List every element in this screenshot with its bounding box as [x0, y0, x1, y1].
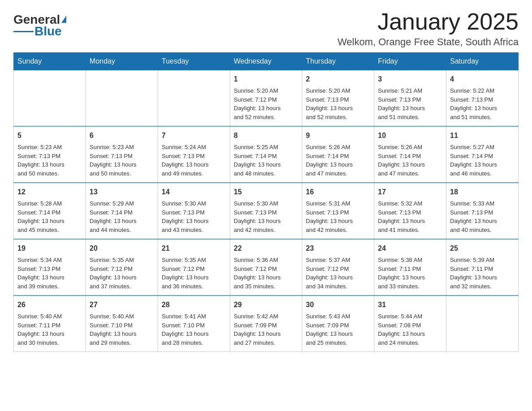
day-number: 3 [378, 74, 442, 85]
calendar-day-header: Saturday [446, 53, 519, 70]
calendar-day-cell: 25Sunrise: 5:39 AMSunset: 7:11 PMDayligh… [446, 239, 519, 295]
calendar-day-cell: 2Sunrise: 5:20 AMSunset: 7:13 PMDaylight… [302, 70, 374, 127]
day-info-line: and 50 minutes. [90, 169, 154, 178]
day-info-line: Daylight: 13 hours [306, 104, 370, 113]
day-number: 18 [450, 187, 515, 197]
day-info-line: Daylight: 13 hours [450, 217, 515, 226]
calendar-day-cell: 1Sunrise: 5:20 AMSunset: 7:12 PMDaylight… [230, 70, 302, 127]
calendar-day-header: Thursday [302, 53, 374, 70]
calendar-day-header: Monday [86, 53, 158, 70]
day-info-line: Sunset: 7:08 PM [378, 321, 442, 330]
day-info-line: Daylight: 13 hours [17, 330, 82, 338]
day-info-line: Sunset: 7:10 PM [162, 321, 226, 330]
calendar-body: 1Sunrise: 5:20 AMSunset: 7:12 PMDaylight… [14, 70, 519, 352]
day-number: 20 [90, 243, 154, 254]
day-info-line: Sunset: 7:12 PM [306, 265, 370, 274]
day-info-line: Sunrise: 5:39 AM [450, 256, 515, 265]
day-info-line: and 51 minutes. [450, 113, 515, 122]
day-number: 30 [306, 300, 370, 310]
day-info-line: and 32 minutes. [450, 282, 515, 291]
logo-blue-text: Blue [34, 25, 62, 38]
day-number: 15 [234, 187, 298, 197]
day-info-line: and 47 minutes. [378, 169, 442, 178]
day-info-line: Sunset: 7:14 PM [306, 152, 370, 161]
day-info-line: Sunset: 7:13 PM [306, 95, 370, 104]
day-info-line: and 42 minutes. [306, 226, 370, 235]
header-area: General Blue January 2025 Welkom, Orange… [13, 9, 519, 48]
day-info-line: Sunset: 7:11 PM [378, 265, 442, 274]
day-info-line: Daylight: 13 hours [234, 217, 298, 226]
day-info-line: Sunset: 7:14 PM [378, 152, 442, 161]
day-number: 19 [17, 243, 82, 254]
day-number: 29 [234, 300, 298, 310]
day-info-line: Sunset: 7:10 PM [90, 321, 154, 330]
day-info-line: Sunrise: 5:28 AM [17, 199, 82, 208]
calendar-header-row: SundayMondayTuesdayWednesdayThursdayFrid… [14, 53, 519, 70]
day-number: 11 [450, 130, 515, 141]
calendar-day-header: Friday [374, 53, 446, 70]
day-info-line: Sunrise: 5:26 AM [378, 143, 442, 152]
day-info-line: Daylight: 13 hours [450, 273, 515, 282]
day-info-line: Daylight: 13 hours [306, 330, 370, 338]
day-number: 25 [450, 243, 515, 254]
day-number: 9 [306, 130, 370, 141]
day-info-line: Sunrise: 5:25 AM [234, 143, 298, 152]
day-info-line: Sunset: 7:13 PM [17, 152, 82, 161]
day-number: 5 [17, 130, 82, 141]
calendar-day-cell: 5Sunrise: 5:23 AMSunset: 7:13 PMDaylight… [14, 126, 86, 183]
day-number: 7 [162, 130, 226, 141]
day-number: 22 [234, 243, 298, 254]
logo-underline [13, 31, 34, 32]
day-info-line: Sunset: 7:12 PM [234, 265, 298, 274]
day-info-line: Sunset: 7:14 PM [234, 152, 298, 161]
day-number: 4 [450, 74, 515, 85]
day-info-line: Sunrise: 5:42 AM [234, 312, 298, 321]
day-info-line: and 41 minutes. [378, 226, 442, 235]
day-info-line: and 25 minutes. [306, 338, 370, 347]
day-info-line: Daylight: 13 hours [306, 217, 370, 226]
day-info-line: Daylight: 13 hours [162, 273, 226, 282]
day-info-line: Sunrise: 5:43 AM [306, 312, 370, 321]
day-number: 14 [162, 187, 226, 197]
day-info-line: Daylight: 13 hours [90, 273, 154, 282]
day-info-line: Sunrise: 5:20 AM [234, 86, 298, 95]
day-number: 27 [90, 300, 154, 310]
calendar-week-row: 19Sunrise: 5:34 AMSunset: 7:13 PMDayligh… [14, 239, 519, 295]
calendar-day-cell: 21Sunrise: 5:35 AMSunset: 7:12 PMDayligh… [158, 239, 230, 295]
day-info-line: Sunset: 7:13 PM [378, 208, 442, 217]
calendar-week-row: 1Sunrise: 5:20 AMSunset: 7:12 PMDaylight… [14, 70, 519, 127]
calendar-day-header: Tuesday [158, 53, 230, 70]
calendar-day-cell: 30Sunrise: 5:43 AMSunset: 7:09 PMDayligh… [302, 295, 374, 352]
day-info-line: and 30 minutes. [17, 338, 82, 347]
calendar-day-header: Sunday [14, 53, 86, 70]
day-info-line: Sunrise: 5:36 AM [234, 256, 298, 265]
day-info-line: Sunset: 7:09 PM [234, 321, 298, 330]
day-info-line: Sunset: 7:13 PM [17, 265, 82, 274]
day-info-line: Daylight: 13 hours [90, 217, 154, 226]
day-info-line: Sunrise: 5:23 AM [90, 143, 154, 152]
day-info-line: Daylight: 13 hours [17, 160, 82, 169]
day-info-line: Daylight: 13 hours [234, 160, 298, 169]
day-info-line: Sunrise: 5:30 AM [234, 199, 298, 208]
calendar-day-header: Wednesday [230, 53, 302, 70]
day-info-line: Sunset: 7:11 PM [450, 265, 515, 274]
day-info-line: Daylight: 13 hours [90, 160, 154, 169]
day-info-line: and 48 minutes. [234, 169, 298, 178]
day-info-line: Sunrise: 5:20 AM [306, 86, 370, 95]
calendar-day-cell: 6Sunrise: 5:23 AMSunset: 7:13 PMDaylight… [86, 126, 158, 183]
day-info-line: and 51 minutes. [378, 113, 442, 122]
day-info-line: Daylight: 13 hours [378, 217, 442, 226]
day-info-line: Sunset: 7:12 PM [162, 265, 226, 274]
logo: General Blue [13, 13, 66, 38]
day-info-line: and 36 minutes. [162, 282, 226, 291]
day-info-line: and 33 minutes. [378, 282, 442, 291]
calendar-day-cell [14, 70, 86, 127]
day-info-line: and 24 minutes. [378, 338, 442, 347]
calendar-day-cell: 3Sunrise: 5:21 AMSunset: 7:13 PMDaylight… [374, 70, 446, 127]
day-info-line: and 34 minutes. [306, 282, 370, 291]
day-info-line: Sunset: 7:13 PM [162, 152, 226, 161]
day-info-line: Sunrise: 5:40 AM [90, 312, 154, 321]
day-info-line: Daylight: 13 hours [234, 104, 298, 113]
day-info-line: Sunrise: 5:21 AM [378, 86, 442, 95]
calendar-day-cell: 7Sunrise: 5:24 AMSunset: 7:13 PMDaylight… [158, 126, 230, 183]
